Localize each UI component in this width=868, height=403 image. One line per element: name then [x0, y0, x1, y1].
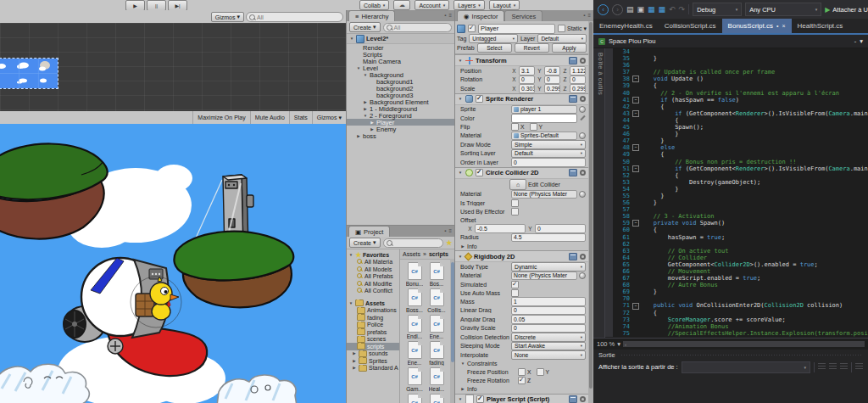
component-enabled-checkbox[interactable] — [476, 95, 483, 103]
expand-arrow-icon[interactable]: ▶ — [352, 359, 357, 363]
toolbar-dropdown-layout[interactable]: Layout▾ — [489, 0, 520, 10]
script-file-bos[interactable]: C#Bos... — [426, 262, 448, 287]
script-file-heal[interactable]: C#Heal... — [426, 367, 448, 392]
toolbar-dropdown-layers[interactable]: Layers▾ — [453, 0, 485, 10]
component-enabled-checkbox[interactable] — [476, 169, 483, 176]
tab-project[interactable]: ▣ Project — [348, 226, 390, 237]
checkbox-used-by-effector[interactable] — [511, 208, 519, 215]
indicator-margin[interactable] — [605, 97, 613, 104]
output-content[interactable] — [593, 374, 868, 403]
fold-arrow-icon[interactable]: ▶ — [460, 244, 465, 249]
project-folder-sprites[interactable]: ▶Sprites — [347, 357, 399, 365]
hierarchy-item-2-foreground[interactable]: ▼2 - Foreground — [347, 112, 454, 119]
active-checkbox[interactable] — [468, 25, 476, 32]
indicator-margin[interactable] — [605, 137, 613, 144]
favorite-item-all-conflict[interactable]: All Conflict — [347, 288, 399, 295]
goto-previous-icon[interactable] — [829, 363, 837, 371]
goto-next-icon[interactable] — [840, 363, 848, 371]
save-icon[interactable]: ▦ — [648, 5, 655, 14]
panel-menu-icon[interactable]: ≡ — [448, 228, 452, 233]
expand-arrow-icon[interactable]: ▶ — [363, 107, 368, 111]
object-picker-icon[interactable] — [579, 272, 586, 279]
project-folder-standard-a[interactable]: ▶Standard A — [347, 365, 399, 372]
scene-header-row[interactable]: ▼ Level2* — [347, 34, 454, 44]
collapse-icon[interactable]: − — [632, 144, 639, 151]
fold-arrow-icon[interactable]: ▼ — [458, 171, 463, 175]
vector-field-y[interactable]: 0 — [544, 76, 560, 85]
gear-icon[interactable] — [580, 254, 586, 260]
panel-menu-icon[interactable]: ≡ — [587, 13, 591, 18]
navbar-collapse-icon[interactable]: - — [854, 37, 857, 45]
fold-margin[interactable]: − — [632, 165, 639, 172]
checkbox-freeze-position-y[interactable] — [537, 368, 544, 376]
scene-search-input[interactable]: All — [246, 12, 343, 22]
checkbox-flip-y[interactable] — [530, 123, 537, 131]
expand-arrow-icon[interactable]: ▶ — [370, 120, 375, 125]
static-toggle[interactable]: Static ▾ — [558, 25, 587, 32]
component-enabled-checkbox[interactable] — [476, 395, 484, 403]
indicator-margin[interactable] — [605, 69, 613, 76]
game-view[interactable] — [0, 124, 346, 403]
indicator-margin[interactable] — [605, 55, 613, 62]
help-icon[interactable] — [569, 169, 577, 176]
script-file-boss[interactable]: C#Boss... — [403, 288, 426, 313]
dropdown-sleeping-mode[interactable]: Start Awake▾ — [511, 342, 586, 351]
component-header-player-script-script[interactable]: ▼Player Script (Script) — [455, 394, 588, 403]
indicator-margin[interactable] — [605, 282, 613, 288]
output-source-dropdown[interactable]: ▾ — [682, 361, 810, 373]
output-panel-header[interactable]: Sortie — [593, 350, 868, 360]
project-folder-fading[interactable]: fading — [347, 314, 399, 322]
value-field[interactable]: 0 — [511, 306, 586, 316]
toolbox-vertical-tab[interactable]: Boîte à outils — [593, 48, 605, 338]
expand-arrow-icon[interactable]: ▶ — [352, 366, 357, 370]
favorite-star-icon[interactable] — [446, 240, 452, 246]
scene-view[interactable] — [0, 23, 346, 111]
checkbox-freeze-position-x[interactable] — [518, 368, 526, 376]
gear-icon[interactable] — [580, 170, 586, 176]
indicator-margin[interactable] — [605, 316, 613, 323]
breadcrumb-current[interactable]: scripts — [429, 251, 448, 257]
indicator-margin[interactable] — [605, 248, 613, 255]
help-icon[interactable] — [569, 57, 577, 64]
lock-icon[interactable]: ▪ — [583, 13, 585, 18]
indicator-margin[interactable] — [605, 206, 613, 213]
indicator-margin[interactable] — [605, 241, 613, 248]
favorite-item-all-prefabs[interactable]: All Prefabs — [347, 273, 399, 281]
component-header-rigidbody-2d[interactable]: ▼Rigidbody 2D — [455, 250, 588, 262]
gear-icon[interactable] — [580, 58, 586, 64]
expand-arrow-icon[interactable]: ▶ — [352, 351, 357, 355]
indicator-margin[interactable] — [605, 275, 613, 282]
project-name-dropdown[interactable]: Space Piou Piou — [609, 37, 655, 45]
dropdown-collision-detection[interactable]: Discrete▾ — [511, 333, 586, 342]
help-icon[interactable] — [569, 253, 577, 260]
collapse-icon[interactable]: − — [632, 303, 639, 310]
vector-field-y[interactable]: 0.2992 — [544, 84, 560, 93]
navigate-forward-icon[interactable]: › — [612, 4, 623, 15]
script-file-gam[interactable]: C#Gam... — [403, 367, 426, 392]
fold-margin[interactable]: − — [632, 220, 639, 227]
hierarchy-item-boss[interactable]: ▶boss — [347, 132, 454, 139]
navigate-back-icon[interactable]: ‹ — [598, 4, 609, 15]
zoom-level-dropdown[interactable]: 100 % — [597, 340, 615, 348]
gear-icon[interactable] — [580, 96, 586, 102]
value-field[interactable]: 4.5 — [511, 233, 586, 243]
indicator-margin[interactable] — [605, 124, 613, 131]
prefab-select-button[interactable]: Select — [477, 43, 512, 53]
static-checkbox[interactable] — [558, 25, 565, 32]
indicator-margin[interactable] — [605, 76, 613, 82]
vector-field-x[interactable]: 0 — [519, 76, 535, 85]
dropdown-body-type[interactable]: Dynamic▾ — [511, 262, 586, 271]
prefab-apply-button[interactable]: Apply — [552, 43, 587, 53]
game-toolbar-mute-audio[interactable]: Mute Audio — [250, 111, 289, 124]
favorite-item-all-models[interactable]: All Models — [347, 266, 399, 273]
object-picker-icon[interactable] — [579, 106, 586, 113]
expand-arrow-icon[interactable]: ▼ — [349, 36, 354, 41]
vector-field-x[interactable]: 0.3030 — [519, 84, 535, 93]
fold-arrow-icon[interactable]: ▼ — [458, 255, 463, 259]
project-search-input[interactable] — [383, 238, 443, 248]
indicator-margin[interactable] — [605, 151, 613, 158]
collapse-icon[interactable]: − — [632, 220, 639, 227]
expand-arrow-icon[interactable]: ▶ — [356, 134, 361, 138]
expand-arrow-icon[interactable]: ▼ — [363, 73, 368, 77]
indicator-margin[interactable] — [605, 295, 613, 302]
